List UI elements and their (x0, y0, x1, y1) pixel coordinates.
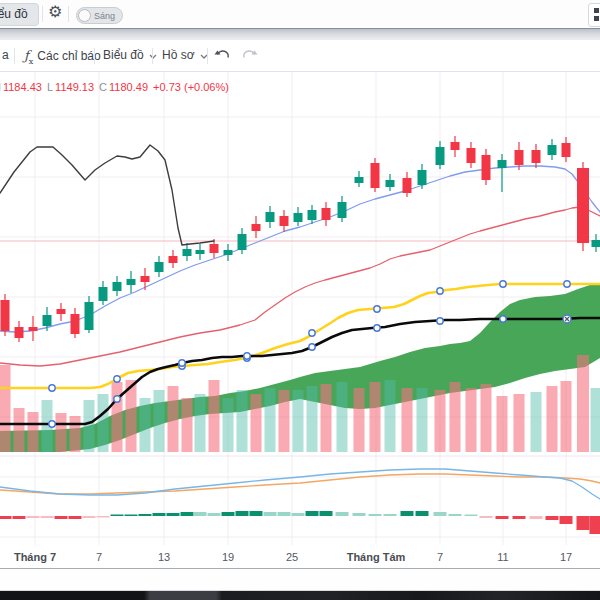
separator (42, 6, 43, 22)
ohlc-legend: H1184.43 L1149.13 C1180.49 +0.73 (+0.06%… (0, 81, 231, 93)
x-axis-label: 25 (286, 551, 298, 563)
theme-toggle[interactable]: Sáng (76, 7, 123, 24)
time-axis[interactable]: Tháng 77131925Tháng Tám71117 (0, 545, 600, 569)
truncated-label: a (2, 40, 9, 71)
profile-menu-label: Hồ sơ (162, 48, 195, 62)
bottom-margin (0, 569, 600, 590)
redo-button[interactable] (240, 48, 258, 64)
indicators-label: Các chỉ báo (37, 41, 100, 72)
x-axis-label: 11 (497, 551, 508, 563)
indicators-button[interactable]: ƒxCác chỉ báo (24, 40, 101, 71)
x-axis-label: 17 (560, 551, 572, 563)
redo-icon (240, 48, 258, 63)
chart-toolbar: a ƒxCác chỉ báo Biểu đồ Hồ sơ (0, 40, 600, 72)
undo-icon (214, 48, 232, 63)
close-value: 1180.49 (109, 81, 148, 93)
high-label: H (0, 81, 1, 93)
layout-grid-icon (594, 8, 600, 21)
chart-canvas[interactable] (0, 72, 600, 545)
high-value: 1184.43 (3, 81, 42, 93)
layout-button[interactable] (588, 3, 600, 27)
x-axis-label: 13 (158, 551, 170, 563)
window-chrome-band (0, 28, 600, 40)
change-value: +0.73 (+0.06%) (153, 81, 229, 93)
x-axis-label: 7 (96, 551, 102, 563)
separator (68, 6, 69, 22)
low-label: L (47, 81, 53, 93)
x-axis-label: 19 (222, 551, 234, 563)
x-axis-label: 7 (437, 551, 443, 563)
close-label: C (99, 81, 107, 93)
chart-mode-button[interactable]: Biểu đồ (0, 3, 39, 26)
x-axis-label: Tháng 7 (14, 551, 56, 563)
chart-menu-label: Biểu đồ (103, 48, 144, 62)
background-window-edge (0, 590, 600, 600)
separator (14, 48, 15, 64)
top-toolbar: Biểu đồ ⚙ Sáng (0, 0, 600, 28)
x-axis-label: Tháng Tám (347, 551, 406, 563)
low-value: 1149.13 (55, 81, 94, 93)
undo-button[interactable] (214, 48, 232, 64)
chart-pane: H1184.43 L1149.13 C1180.49 +0.73 (+0.06%… (0, 72, 600, 545)
separator (94, 48, 95, 64)
app-window: Biểu đồ ⚙ Sáng a ƒxCác chỉ báo Biểu đồ H… (0, 0, 600, 600)
separator (152, 48, 153, 64)
separator (207, 48, 208, 64)
chart-menu[interactable]: Biểu đồ (103, 40, 157, 71)
toggle-knob-icon (78, 9, 91, 22)
gear-icon[interactable]: ⚙ (48, 2, 62, 21)
fx-icon: ƒx (24, 48, 33, 63)
theme-toggle-label: Sáng (94, 11, 115, 21)
profile-menu[interactable]: Hồ sơ (162, 40, 208, 71)
